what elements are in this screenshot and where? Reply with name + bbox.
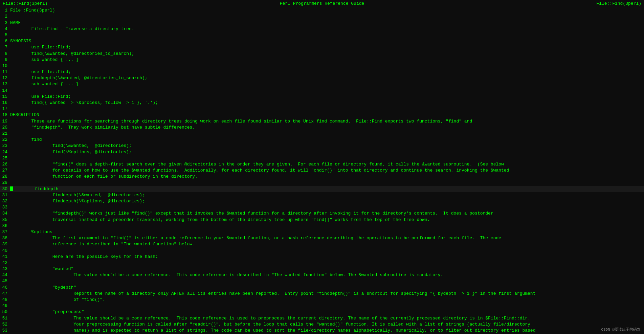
line-40: 40 — [0, 248, 644, 254]
line-content-51: The value should be a code reference. Th… — [10, 315, 644, 321]
line-content-31: finddepth(\&wanted, @directories); — [10, 192, 644, 198]
line-8: 8 find(\&wanted, @directories_to_search)… — [0, 51, 644, 57]
line-32: 32 finddepth(\%options, @directories); — [0, 198, 644, 204]
line-number-17: 17 — [0, 106, 10, 112]
line-53: 53 names) and is expected to return a li… — [0, 328, 644, 334]
line-content-26: "find()" does a depth-first search over … — [10, 161, 644, 168]
line-39: 39 reference is described in "The wanted… — [0, 241, 644, 247]
line-content-44: The value should be a code reference. Th… — [10, 272, 644, 278]
line-25: 25 — [0, 155, 644, 161]
line-content-23: find(\&wanted, @directories); — [10, 143, 644, 149]
line-content-6: SYNOPSIS — [10, 38, 644, 44]
watermark: CSDN @爱读庄子的码农 — [601, 327, 641, 332]
line-content-52: Your preprocessing function is called af… — [10, 321, 644, 328]
line-number-46: 46 — [0, 285, 10, 291]
line-number-15: 15 — [0, 94, 10, 100]
line-number-14: 14 — [0, 88, 10, 94]
line-number-22: 22 — [0, 137, 10, 143]
line-48: 48 of "find()". — [0, 297, 644, 303]
line-number-47: 47 — [0, 291, 10, 297]
line-content-4: File::Find - Traverse a directory tree. — [10, 26, 644, 32]
line-number-31: 31 — [0, 192, 10, 198]
line-12: 12 finddepth(\&wanted, @directories_to_s… — [0, 75, 644, 81]
line-number-33: 33 — [0, 204, 10, 210]
line-21: 21 — [0, 131, 644, 137]
line-number-19: 19 — [0, 118, 10, 125]
line-31: 31 finddepth(\&wanted, @directories); — [0, 192, 644, 198]
line-11: 11 use File::Find; — [0, 69, 644, 75]
line-2: 2 — [0, 14, 644, 20]
line-content-53: names) and is expected to return a list … — [10, 328, 644, 334]
line-42: 42 — [0, 260, 644, 266]
line-number-29: 29 — [0, 180, 10, 186]
line-number-3: 3 — [0, 20, 10, 26]
line-content-43: "wanted" — [10, 266, 644, 272]
line-number-24: 24 — [0, 149, 10, 155]
header-left: File::Find(3perl) — [3, 1, 48, 7]
line-number-25: 25 — [0, 155, 10, 161]
content-area: 1File::Find(3perl)23NAME4 File::Find - T… — [0, 7, 644, 334]
line-36: 36 — [0, 223, 644, 229]
line-content-9: sub wanted { ... } — [10, 57, 644, 63]
line-29: 29 — [0, 180, 644, 186]
line-15: 15 use File::Find; — [0, 94, 644, 100]
line-content-16: find({ wanted => \&process, follow => 1 … — [10, 100, 644, 106]
line-14: 14 — [0, 88, 644, 94]
line-content-1: File::Find(3perl) — [10, 7, 644, 14]
line-number-53: 53 — [0, 328, 10, 334]
line-content-41: Here are the possible keys for the hash: — [10, 254, 644, 260]
line-content-30: finddepth — [10, 186, 644, 192]
line-content-13: sub wanted { ... } — [10, 81, 644, 87]
line-number-9: 9 — [0, 57, 10, 63]
line-24: 24 find(\%options, @directories); — [0, 149, 644, 155]
line-content-3: NAME — [10, 20, 644, 26]
line-number-11: 11 — [0, 69, 10, 75]
line-number-40: 40 — [0, 248, 10, 254]
line-content-24: find(\%options, @directories); — [10, 149, 644, 155]
line-number-6: 6 — [0, 38, 10, 44]
line-3: 3NAME — [0, 20, 644, 26]
line-18: 18DESCRIPTION — [0, 112, 644, 118]
line-number-18: 18 — [0, 112, 10, 118]
line-49: 49 — [0, 303, 644, 309]
line-content-11: use File::Find; — [10, 69, 644, 75]
line-30: 30 finddepth — [0, 186, 644, 192]
line-45: 45 — [0, 278, 644, 284]
cursor-block — [10, 186, 13, 191]
line-number-51: 51 — [0, 315, 10, 321]
line-28: 28 function on each file or subdirectory… — [0, 174, 644, 180]
line-number-23: 23 — [0, 143, 10, 149]
line-number-20: 20 — [0, 125, 10, 131]
line-content-37: %options — [10, 229, 644, 235]
line-51: 51 The value should be a code reference.… — [0, 315, 644, 321]
line-number-4: 4 — [0, 26, 10, 32]
line-number-28: 28 — [0, 174, 10, 180]
line-33: 33 — [0, 204, 644, 210]
line-13: 13 sub wanted { ... } — [0, 81, 644, 87]
line-content-19: These are functions for searching throug… — [10, 118, 644, 125]
line-10: 10 — [0, 63, 644, 69]
line-number-30: 30 — [0, 186, 10, 192]
line-content-18: DESCRIPTION — [10, 112, 644, 118]
line-content-46: "bydepth" — [10, 285, 644, 291]
line-5: 5 — [0, 32, 644, 38]
line-22: 22 find — [0, 137, 644, 143]
line-47: 47 Reports the name of a directory only … — [0, 291, 644, 297]
line-7: 7 use File::Find; — [0, 44, 644, 50]
header-bar: File::Find(3perl) Perl Programmers Refer… — [0, 0, 644, 7]
line-content-39: reference is described in "The wanted fu… — [10, 241, 644, 247]
line-37: 37 %options — [0, 229, 644, 235]
line-34: 34 "finddepth()" works just like "find()… — [0, 210, 644, 217]
line-27: 27 for details on how to use the &wanted… — [0, 168, 644, 174]
line-46: 46 "bydepth" — [0, 285, 644, 291]
line-content-34: "finddepth()" works just like "find()" e… — [10, 210, 644, 217]
line-number-34: 34 — [0, 210, 10, 217]
line-number-35: 35 — [0, 217, 10, 223]
line-35: 35 traversal instead of a preorder trave… — [0, 217, 644, 223]
line-number-21: 21 — [0, 131, 10, 137]
line-1: 1File::Find(3perl) — [0, 7, 644, 14]
line-number-42: 42 — [0, 260, 10, 266]
line-content-50: "preprocess" — [10, 309, 644, 315]
line-26: 26 "find()" does a depth-first search ov… — [0, 161, 644, 168]
line-number-12: 12 — [0, 75, 10, 81]
